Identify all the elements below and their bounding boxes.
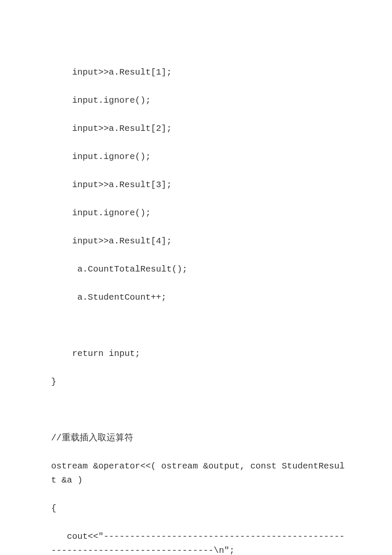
blank-line <box>51 318 345 332</box>
code-line: a.CountTotalResult(); <box>51 262 345 276</box>
code-line: input.ignore(); <box>51 206 345 220</box>
code-line: input>>a.Result[4]; <box>51 234 345 248</box>
code-line: input>>a.Result[1]; <box>51 65 345 79</box>
blank-line <box>51 403 345 417</box>
code-line: cout<<"---------------------------------… <box>51 529 345 555</box>
document-page: input>>a.Result[1]; input.ignore(); inpu… <box>0 0 392 555</box>
code-line: a.StudentCount++; <box>51 290 345 304</box>
code-line: return input; <box>51 347 345 361</box>
code-line: input>>a.Result[3]; <box>51 178 345 192</box>
code-line: input.ignore(); <box>51 93 345 107</box>
code-comment: //重载插入取运算符 <box>51 431 345 445</box>
code-line: input.ignore(); <box>51 150 345 164</box>
code-line: input>>a.Result[2]; <box>51 121 345 136</box>
code-line: } <box>51 375 345 389</box>
code-line: { <box>51 501 345 515</box>
code-line: ostream &operator<<( ostream &output, co… <box>51 459 345 487</box>
